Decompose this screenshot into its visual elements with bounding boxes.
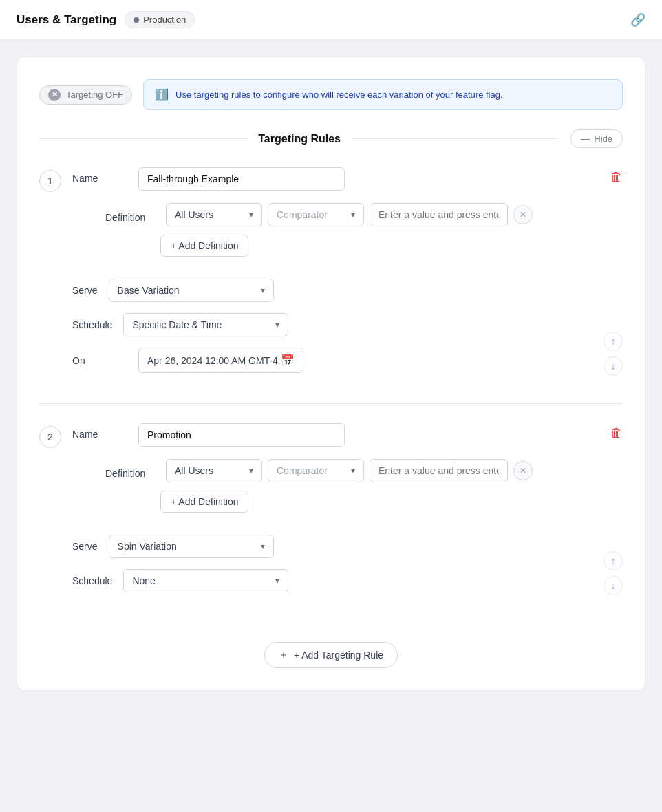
divider-left <box>39 138 247 139</box>
hide-label: Hide <box>594 133 612 144</box>
rule-1-definition-label: Definition <box>105 206 160 223</box>
rule-1-arrow-buttons: ↑ ↓ <box>604 332 623 376</box>
header: Users & Targeting Production 🔗 <box>0 0 662 40</box>
rule-1-number: 1 <box>39 170 61 192</box>
rule-1-serve-chevron-icon: ▾ <box>261 286 265 295</box>
rule-1-schedule-chevron-icon: ▾ <box>275 320 279 330</box>
rule-1-calendar-icon[interactable]: 📅 <box>281 354 295 367</box>
rule-2-serve-chevron-icon: ▾ <box>261 542 265 551</box>
rule-1-date-value: Apr 26, 2024 12:00 AM GMT-4 <box>147 355 278 366</box>
rule-2-schedule-dropdown[interactable]: None ▾ <box>123 569 288 592</box>
rule-1-serve-value: Base Variation <box>118 285 180 296</box>
rule-1-on-row: On Apr 26, 2024 12:00 AM GMT-4 📅 <box>39 348 623 373</box>
rule-1-up-button[interactable]: ↑ <box>604 332 623 351</box>
toggle-x-icon: ✕ <box>48 89 61 101</box>
rule-2-comparator-dropdown[interactable]: Comparator ▾ <box>268 459 364 482</box>
rule-2-schedule-label: Schedule <box>39 575 112 586</box>
rule-1-add-definition-label: + Add Definition <box>171 240 238 251</box>
rule-1-clear-button[interactable]: ✕ <box>513 205 533 224</box>
rule-2-serve-label: Serve <box>39 541 98 552</box>
rule-1-schedule-row: Schedule Specific Date & Time ▾ <box>39 313 623 336</box>
rule-2-serve-dropdown[interactable]: Spin Variation ▾ <box>109 535 274 558</box>
header-left: Users & Targeting Production <box>17 11 195 28</box>
page-title: Users & Targeting <box>17 13 116 27</box>
card: ✕ Targeting OFF ℹ️ Use targeting rules t… <box>17 56 645 691</box>
rule-2-up-button[interactable]: ↑ <box>604 551 623 570</box>
rule-1-add-definition-button[interactable]: + Add Definition <box>160 235 248 257</box>
rule-2-schedule-value: None <box>132 575 155 586</box>
rule-2-comparator-chevron-icon: ▾ <box>351 466 355 476</box>
rule-block-1: 1 Name 🗑 Definition All Users ▾ Comparat… <box>39 167 623 404</box>
rule-2-add-def-container: + Add Definition <box>39 491 623 524</box>
rule-2-serve-row: Serve Spin Variation ▾ <box>39 535 623 558</box>
rule-1-schedule-dropdown[interactable]: Specific Date & Time ▾ <box>123 313 288 336</box>
env-label: Production <box>143 14 186 25</box>
rule-2-all-users-label: All Users <box>175 465 213 476</box>
env-badge[interactable]: Production <box>125 11 195 28</box>
rule-1-chevron-icon: ▾ <box>249 210 253 220</box>
rule-1-name-input[interactable] <box>138 167 345 191</box>
rule-2-serve-value: Spin Variation <box>118 541 177 552</box>
rule-1-value-input[interactable] <box>370 203 508 226</box>
main-content: ✕ Targeting OFF ℹ️ Use targeting rules t… <box>0 40 662 707</box>
rule-2-add-definition-label: + Add Definition <box>171 496 238 507</box>
rule-2-number: 2 <box>39 426 61 448</box>
rule-1-name-row: 1 Name 🗑 <box>39 167 623 192</box>
toggle-label: Targeting OFF <box>66 89 123 100</box>
rule-1-comparator-label: Comparator <box>277 209 328 220</box>
rule-2-schedule-row: Schedule None ▾ <box>39 569 623 592</box>
rule-1-down-button[interactable]: ↓ <box>604 356 623 376</box>
rule-1-schedule-label: Schedule <box>39 319 112 330</box>
rule-2-down-button[interactable]: ↓ <box>604 576 623 595</box>
rule-1-date-input[interactable]: Apr 26, 2024 12:00 AM GMT-4 📅 <box>138 348 303 373</box>
link-icon[interactable]: 🔗 <box>630 12 645 28</box>
rule-2-arrow-buttons: ↑ ↓ <box>604 551 623 595</box>
section-divider: Targeting Rules — Hide <box>39 129 623 148</box>
rule-1-add-def-container: + Add Definition <box>39 235 623 268</box>
section-title: Targeting Rules <box>258 133 341 145</box>
rule-2-schedule-chevron-icon: ▾ <box>275 576 279 586</box>
rule-1-name-label: Name <box>72 167 127 184</box>
rule-2-definition-row: Definition All Users ▾ Comparator ▾ ✕ <box>105 459 623 482</box>
add-targeting-rule-button[interactable]: ＋ + Add Targeting Rule <box>264 642 398 668</box>
rule-2-delete-button[interactable]: 🗑 <box>610 426 623 440</box>
divider-right <box>352 138 559 139</box>
rule-2-definition-label: Definition <box>105 462 160 479</box>
rule-2-clear-button[interactable]: ✕ <box>513 461 533 480</box>
add-rule-label: + Add Targeting Rule <box>294 650 383 661</box>
rule-1-definition-row: Definition All Users ▾ Comparator ▾ ✕ <box>105 203 623 226</box>
rule-1-serve-row: Serve Base Variation ▾ <box>39 279 623 302</box>
rule-2-name-label: Name <box>72 423 127 440</box>
rule-block-2: 2 Name 🗑 Definition All Users ▾ Comparat… <box>39 423 623 623</box>
rule-1-comparator-dropdown[interactable]: Comparator ▾ <box>268 203 364 226</box>
hide-button[interactable]: — Hide <box>570 129 623 148</box>
rule-2-all-users-dropdown[interactable]: All Users ▾ <box>166 459 262 482</box>
info-banner: ℹ️ Use targeting rules to configure who … <box>143 79 623 110</box>
rule-2-value-input[interactable] <box>370 459 508 482</box>
rule-1-schedule-value: Specific Date & Time <box>132 319 222 330</box>
rule-2-name-input[interactable] <box>138 423 345 447</box>
rule-1-comparator-chevron-icon: ▾ <box>351 210 355 220</box>
add-rule-plus-icon: ＋ <box>279 649 288 661</box>
targeting-toggle[interactable]: ✕ Targeting OFF <box>39 85 132 105</box>
rule-2-name-row: 2 Name 🗑 <box>39 423 623 448</box>
info-icon: ℹ️ <box>155 88 169 101</box>
info-text: Use targeting rules to configure who wil… <box>175 89 502 100</box>
rule-2-add-definition-button[interactable]: + Add Definition <box>160 491 248 513</box>
rule-1-all-users-dropdown[interactable]: All Users ▾ <box>166 203 262 226</box>
rule-2-chevron-icon: ▾ <box>249 466 253 476</box>
targeting-toggle-row: ✕ Targeting OFF ℹ️ Use targeting rules t… <box>39 79 623 110</box>
add-rule-row: ＋ + Add Targeting Rule <box>39 642 623 668</box>
rule-1-serve-dropdown[interactable]: Base Variation ▾ <box>109 279 274 302</box>
rule-1-all-users-label: All Users <box>175 209 213 220</box>
rule-1-serve-label: Serve <box>39 285 98 296</box>
rule-2-comparator-label: Comparator <box>277 465 328 476</box>
rule-1-on-label: On <box>72 355 127 366</box>
hide-dash: — <box>581 133 590 144</box>
rule-1-delete-button[interactable]: 🗑 <box>610 170 623 184</box>
env-dot <box>134 17 139 23</box>
